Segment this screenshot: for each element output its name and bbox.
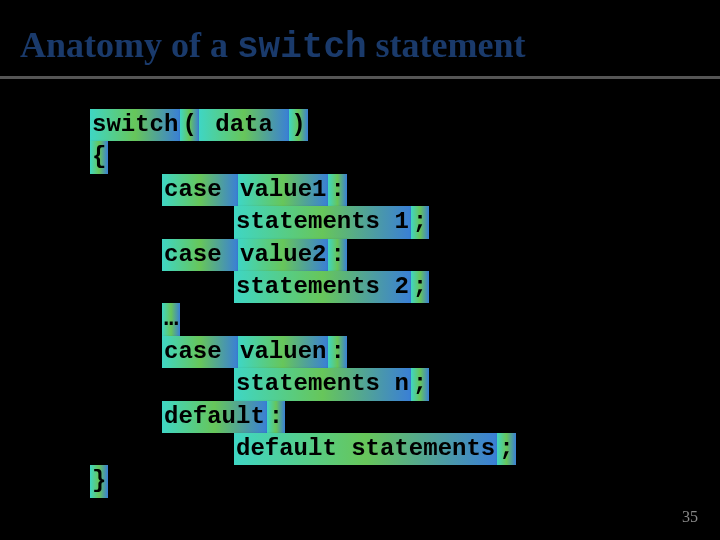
ellipsis: … — [162, 303, 180, 335]
token-default-statements: default statements — [234, 433, 497, 465]
code-line-stmt2: statements 2; — [90, 271, 720, 303]
colon: : — [328, 336, 346, 368]
code-line-stmt1: statements 1; — [90, 206, 720, 238]
paren-open: ( — [180, 109, 198, 141]
paren-close: ) — [289, 109, 307, 141]
code-line-lbrace: { — [90, 141, 720, 173]
title-suffix: statement — [367, 25, 526, 65]
page-number: 35 — [682, 508, 698, 526]
title-mono: switch — [237, 27, 367, 68]
code-line-case2: case value2: — [90, 239, 720, 271]
keyword-default: default — [162, 401, 267, 433]
semicolon: ; — [411, 368, 429, 400]
brace-close: } — [90, 465, 108, 497]
token-valuen: valuen — [238, 336, 328, 368]
colon: : — [328, 174, 346, 206]
code-line-ellipsis: … — [90, 303, 720, 335]
code-line-stmtn: statements n; — [90, 368, 720, 400]
brace-open: { — [90, 141, 108, 173]
code-line-rbrace: } — [90, 465, 720, 497]
semicolon: ; — [411, 206, 429, 238]
keyword-case: case — [162, 239, 238, 271]
code-line-casen: case valuen: — [90, 336, 720, 368]
colon: : — [328, 239, 346, 271]
semicolon: ; — [411, 271, 429, 303]
slide-title: Anatomy of a switch statement — [0, 0, 720, 72]
code-line-switch: switch( data ) — [90, 109, 720, 141]
code-line-default-stmt: default statements; — [90, 433, 720, 465]
keyword-switch: switch — [90, 109, 180, 141]
code-line-case1: case value1: — [90, 174, 720, 206]
title-prefix: Anatomy of a — [20, 25, 237, 65]
keyword-case: case — [162, 174, 238, 206]
code-line-default: default: — [90, 401, 720, 433]
keyword-case: case — [162, 336, 238, 368]
token-statementsn: statements n — [234, 368, 411, 400]
code-block: switch( data ) { case value1: statements… — [0, 79, 720, 498]
token-statements1: statements 1 — [234, 206, 411, 238]
semicolon: ; — [497, 433, 515, 465]
token-statements2: statements 2 — [234, 271, 411, 303]
token-value1: value1 — [238, 174, 328, 206]
token-data: data — [199, 109, 289, 141]
colon: : — [267, 401, 285, 433]
token-value2: value2 — [238, 239, 328, 271]
